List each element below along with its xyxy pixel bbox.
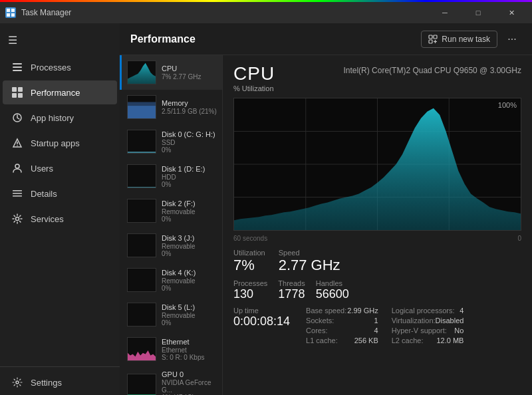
run-task-label: Run new task [442, 35, 490, 44]
titlebar: Task Manager ─ □ ✕ [0, 2, 532, 23]
logical-proc-row: Logical processors: 4 [392, 307, 464, 315]
disk4-thumbnail [127, 268, 156, 292]
sidebar-label-users: Users [31, 164, 53, 174]
memory-name: Memory [162, 99, 217, 107]
hamburger-menu[interactable]: ☰ [0, 29, 120, 52]
svg-marker-29 [128, 152, 156, 153]
base-speed-key: Base speed: [306, 307, 346, 315]
handles-label: Handles [316, 279, 349, 287]
counts-row: Processes 130 Threads 1778 Handles 56600 [233, 279, 521, 301]
chart-time-labels: 60 seconds 0 [233, 235, 521, 242]
handles-val: 56600 [316, 287, 349, 301]
sidebar-item-performance[interactable]: Performance [3, 80, 117, 104]
cores-row: Cores: 4 [306, 327, 378, 334]
svg-rect-3 [11, 13, 15, 17]
cores-val: 4 [374, 327, 378, 334]
cores-key: Cores: [306, 327, 327, 334]
utilization-stat-value: 7% [233, 257, 265, 274]
sidebar-item-services[interactable]: Services [3, 207, 117, 231]
sidebar-item-processes[interactable]: Processes [3, 55, 117, 79]
device-item-ethernet[interactable]: Ethernet EthernetS: 0 R: 0 Kbps [120, 332, 222, 366]
gpu0-info: GPU 0 NVIDIA GeForce G...1% (47 °C) [162, 370, 217, 395]
sidebar-label-startup-apps: Startup apps [31, 138, 80, 148]
device-item-disk0[interactable]: Disk 0 (C: G: H:) SSD0% [120, 124, 222, 159]
sidebar-item-details[interactable]: Details [3, 182, 117, 205]
performance-icon [12, 87, 23, 98]
svg-point-14 [17, 145, 18, 146]
disk3-thumbnail [127, 233, 156, 257]
sidebar-label-app-history: App history [31, 113, 74, 123]
svg-rect-9 [12, 93, 17, 98]
sidebar-item-startup-apps[interactable]: Startup apps [3, 131, 117, 155]
device-item-disk1[interactable]: Disk 1 (D: E:) HDD0% [120, 159, 222, 194]
gpu0-sub: NVIDIA GeForce G...1% (47 °C) [162, 379, 217, 395]
virt-key: Virtualization: [392, 317, 436, 325]
device-item-disk5[interactable]: Disk 5 (L:) Removable0% [120, 297, 222, 332]
app-icon [5, 7, 16, 18]
minimize-button[interactable]: ─ [430, 2, 460, 23]
svg-rect-7 [12, 87, 17, 92]
ethernet-sub: EthernetS: 0 R: 0 Kbps [162, 346, 217, 361]
details-icon [12, 188, 23, 199]
speed-stat: Speed 2.77 GHz [279, 249, 340, 274]
ethernet-info: Ethernet EthernetS: 0 R: 0 Kbps [162, 338, 217, 361]
device-item-disk2[interactable]: Disk 2 (F:) Removable0% [120, 194, 222, 228]
sidebar-item-app-history[interactable]: App history [3, 106, 117, 130]
device-list: CPU 7% 2.77 GHz Memory 2.5/11.9 GB ( [120, 55, 223, 395]
sidebar-label-services: Services [31, 214, 64, 224]
svg-rect-17 [13, 193, 22, 194]
l2-key: L2 cache: [392, 336, 424, 344]
performance-panel: CPU % Utilization Intel(R) Core(TM)2 Qua… [223, 55, 532, 395]
hyperv-row: Hyper-V support: No [392, 327, 464, 334]
device-item-cpu[interactable]: CPU 7% 2.77 GHz [120, 55, 222, 90]
uptime-val: 0:00:08:14 [233, 315, 290, 329]
threads-label: Threads [278, 279, 305, 287]
more-options-button[interactable]: ··· [503, 30, 521, 49]
cpu-thumbnail [127, 61, 156, 84]
disk0-sub: SSD0% [162, 139, 217, 154]
svg-rect-23 [429, 40, 432, 43]
utilization-stat-label: Utilization [233, 249, 265, 257]
maximize-button[interactable]: □ [463, 2, 493, 23]
svg-marker-30 [128, 187, 156, 188]
sidebar-label-settings: Settings [31, 378, 62, 388]
close-button[interactable]: ✕ [496, 2, 527, 23]
disk3-sub: Removable0% [162, 243, 217, 257]
disk2-name: Disk 2 (F:) [162, 199, 217, 207]
device-item-disk4[interactable]: Disk 4 (K:) Removable0% [120, 263, 222, 297]
svg-marker-26 [128, 63, 156, 84]
l1-val: 256 KB [354, 336, 378, 344]
processes-val: 130 [233, 287, 267, 301]
virt-val: Disabled [436, 317, 464, 325]
sockets-key: Sockets: [306, 317, 334, 325]
users-icon [12, 163, 23, 174]
sidebar-label-processes: Processes [31, 63, 71, 72]
run-new-task-button[interactable]: Run new task [421, 31, 497, 48]
svg-rect-22 [434, 35, 437, 39]
svg-point-15 [15, 164, 19, 168]
sidebar-bottom: Settings [0, 366, 120, 395]
chart-time-left: 60 seconds [233, 235, 267, 242]
processes-icon [12, 62, 23, 72]
chart-max-pct: 100% [498, 101, 517, 109]
disk2-thumbnail [127, 199, 156, 223]
memory-info: Memory 2.5/11.9 GB (21%) [162, 99, 217, 115]
device-item-gpu0[interactable]: GPU 0 NVIDIA GeForce G...1% (47 °C) [120, 366, 222, 395]
sidebar-item-settings[interactable]: Settings [3, 370, 117, 394]
speed-stat-label: Speed [279, 249, 340, 257]
disk5-thumbnail [127, 303, 156, 327]
disk1-name: Disk 1 (D: E:) [162, 165, 217, 173]
sidebar-item-users[interactable]: Users [3, 156, 117, 180]
svg-rect-10 [18, 93, 23, 98]
window-title: Task Manager [21, 8, 71, 17]
device-item-disk3[interactable]: Disk 3 (J:) Removable0% [120, 228, 222, 263]
cpu-main-chart [234, 98, 521, 230]
disk0-thumbnail [127, 130, 156, 154]
virt-row: Virtualization: Disabled [392, 317, 464, 325]
processes-stat: Processes 130 [233, 279, 267, 301]
device-item-memory[interactable]: Memory 2.5/11.9 GB (21%) [120, 90, 222, 124]
cpu-model: Intel(R) Core(TM)2 Quad CPU Q9650 @ 3.00… [343, 66, 521, 75]
uptime-label: Up time [233, 307, 290, 315]
sidebar-label-performance: Performance [31, 88, 80, 98]
cpu-info: CPU 7% 2.77 GHz [162, 65, 217, 80]
